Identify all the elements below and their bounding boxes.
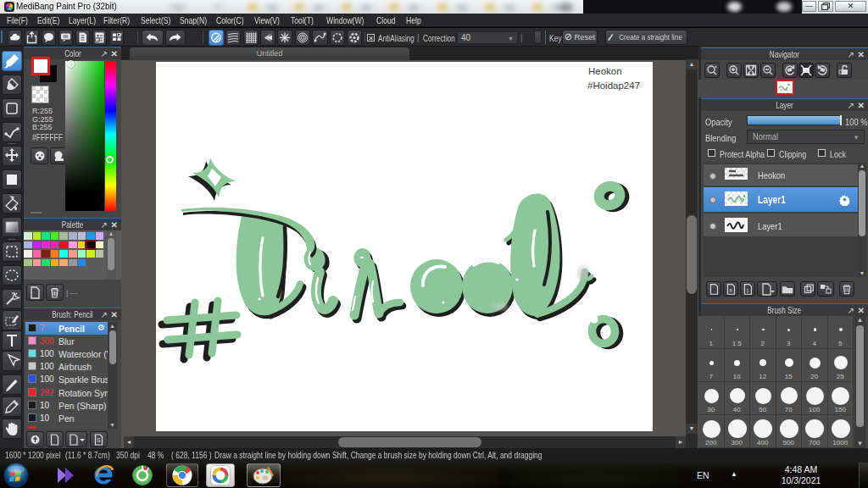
svg-text:8: 8	[729, 287, 732, 293]
svg-text:S: S	[97, 437, 101, 443]
svg-text:1: 1	[746, 287, 749, 293]
